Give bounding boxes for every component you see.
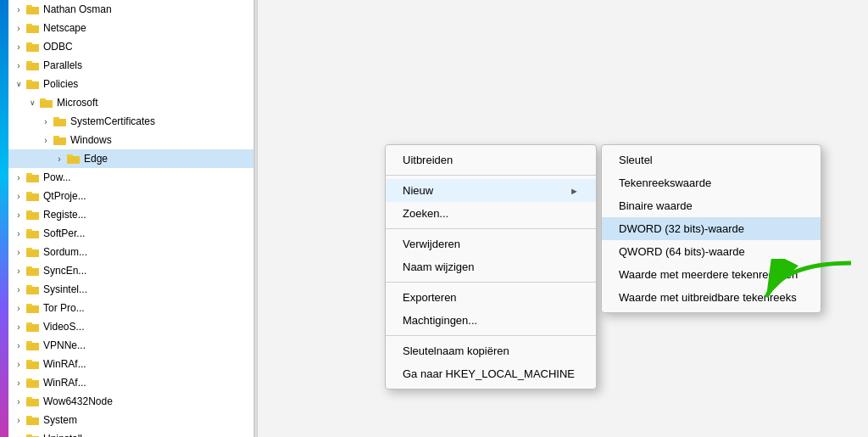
svg-rect-65 — [26, 399, 39, 406]
folder-icon-parallels — [25, 59, 41, 72]
tree-item-systemcerts[interactable]: › SystemCertificates — [8, 112, 253, 131]
folder-icon-nathan — [25, 3, 41, 16]
tree-chevron-sordum: › — [12, 245, 25, 259]
tree-chevron-policies: ∨ — [12, 77, 25, 91]
tree-item-parallels[interactable]: › Parallels — [8, 56, 253, 75]
tree-label-wow64: Wow6432Node — [43, 395, 113, 407]
tree-item-sordum[interactable]: › Sordum... — [8, 243, 253, 261]
folder-icon-netscape — [25, 21, 41, 35]
tree-item-softper[interactable]: › SoftPer... — [8, 224, 253, 243]
context-menu-verwijderen[interactable]: Verwijderen — [386, 233, 596, 255]
tree-item-winraf2[interactable]: › WinRAf... — [8, 373, 253, 392]
tree-item-wow64[interactable]: › Wow6432Node — [8, 392, 253, 411]
folder-icon-syncen — [25, 264, 41, 277]
tree-item-edge[interactable]: › Edge — [8, 149, 253, 168]
context-menu-nieuw[interactable]: Nieuw ► — [386, 179, 596, 202]
svg-rect-35 — [26, 212, 39, 220]
tree-chevron-wow64: › — [12, 395, 25, 408]
tree-item-registe[interactable]: › Registe... — [8, 205, 253, 224]
folder-icon-vpnne — [25, 339, 41, 352]
svg-rect-20 — [53, 119, 66, 126]
tree-item-policies[interactable]: ∨ Policies — [8, 75, 253, 93]
tree-item-windows[interactable]: › Windows — [8, 131, 253, 149]
tree-chevron-winraf2: › — [12, 376, 25, 389]
folder-icon-edge — [66, 152, 81, 165]
tree-label-syncen: SyncEn... — [43, 265, 86, 277]
tree-label-winraf2: WinRAf... — [43, 377, 86, 389]
tree-chevron-edge: › — [53, 152, 66, 165]
svg-rect-26 — [67, 156, 80, 164]
tree-item-torpro[interactable]: › Tor Pro... — [8, 299, 253, 317]
folder-icon-torpro — [25, 301, 41, 315]
context-menu-ga-naar[interactable]: Ga naar HKEY_LOCAL_MACHINE — [386, 362, 596, 385]
context-menu-sleutelnaam-kopieren[interactable]: Sleutelnaam kopiëren — [386, 339, 596, 362]
tree-item-netscape[interactable]: › Netscape — [8, 19, 253, 37]
svg-rect-5 — [26, 25, 39, 33]
context-menu-zoeken[interactable]: Zoeken... — [386, 202, 596, 225]
tree-label-uninstall: Uninstall — [43, 433, 82, 437]
svg-rect-8 — [26, 44, 39, 52]
tree-label-vpnne: VPNNe... — [43, 339, 86, 351]
tree-chevron-microsoft: ∨ — [25, 96, 39, 109]
folder-icon-winraf1 — [25, 357, 41, 371]
svg-rect-62 — [26, 380, 39, 388]
folder-icon-odbc — [25, 40, 41, 53]
svg-rect-41 — [26, 249, 39, 257]
submenu-binaire-waarde[interactable]: Binaire waarde — [602, 194, 821, 217]
submenu-dword[interactable]: DWORD (32 bits)-waarde — [602, 217, 821, 240]
submenu-arrow-icon: ► — [570, 186, 579, 196]
registry-tree-panel: › Nathan Osman› Netscape› ODBC› Parallel… — [8, 0, 254, 437]
tree-item-nathan[interactable]: › Nathan Osman — [8, 0, 253, 19]
tree-label-parallels: Parallels — [43, 59, 82, 71]
tree-item-vpnne[interactable]: › VPNNe... — [8, 336, 253, 355]
folder-icon-system — [25, 413, 41, 427]
tree-label-softper: SoftPer... — [43, 227, 85, 239]
tree-label-videos: VideoS... — [43, 321, 84, 333]
tree-chevron-pow: › — [12, 171, 25, 184]
context-menu-exporteren[interactable]: Exporteren — [386, 286, 596, 309]
context-menu-machtigingen[interactable]: Machtigingen... — [386, 309, 596, 332]
context-menu-naam-wijzigen[interactable]: Naam wijzigen — [386, 255, 596, 278]
tree-chevron-system: › — [12, 413, 25, 427]
folder-icon-microsoft — [39, 96, 54, 109]
folder-icon-softper — [25, 227, 41, 240]
tree-chevron-winraf1: › — [12, 357, 25, 371]
folder-icon-registe — [25, 208, 41, 221]
tree-item-winraf1[interactable]: › WinRAf... — [8, 355, 253, 373]
tree-item-microsoft[interactable]: ∨ Microsoft — [8, 93, 253, 112]
folder-icon-pow — [25, 171, 41, 184]
submenu-tekenreekswaarde[interactable]: Tekenreekswaarde — [602, 171, 821, 194]
green-arrow-indicator — [749, 259, 860, 310]
tree-chevron-sysintel: › — [12, 283, 25, 296]
tree-label-policies: Policies — [43, 78, 78, 90]
context-menu-uitbreiden[interactable]: Uitbreiden — [386, 148, 596, 171]
tree-item-videos[interactable]: › VideoS... — [8, 317, 253, 336]
tree-label-pow: Pow... — [43, 171, 71, 183]
tree-item-odbc[interactable]: › ODBC — [8, 37, 253, 56]
tree-item-uninstall[interactable]: › Uninstall — [8, 429, 253, 437]
separator-3 — [386, 282, 596, 283]
tree-item-qtproj[interactable]: › QtProje... — [8, 187, 253, 205]
tree-chevron-torpro: › — [12, 301, 25, 315]
tree-item-sysintel[interactable]: › Sysintel... — [8, 280, 253, 299]
tree-label-systemcerts: SystemCertificates — [70, 115, 155, 127]
tree-label-winraf1: WinRAf... — [43, 358, 86, 370]
svg-rect-32 — [26, 193, 39, 201]
svg-rect-38 — [26, 231, 39, 238]
svg-rect-50 — [26, 305, 39, 313]
tree-label-odbc: ODBC — [43, 41, 73, 53]
tree-label-qtproj: QtProje... — [43, 190, 86, 202]
tree-item-syncen[interactable]: › SyncEn... — [8, 261, 253, 280]
separator-4 — [386, 335, 596, 336]
main-content-area: Uitbreiden Nieuw ► Zoeken... Verwijderen… — [258, 0, 868, 437]
svg-rect-17 — [40, 100, 53, 108]
tree-label-netscape: Netscape — [43, 22, 86, 34]
windows-accent-bar — [0, 0, 8, 437]
tree-chevron-systemcerts: › — [39, 115, 53, 128]
submenu-sleutel[interactable]: Sleutel — [602, 148, 821, 171]
folder-icon-qtproj — [25, 189, 41, 203]
tree-label-nathan: Nathan Osman — [43, 3, 112, 15]
tree-item-system[interactable]: › System — [8, 411, 253, 429]
folder-icon-uninstall — [25, 432, 41, 437]
tree-item-pow[interactable]: › Pow... — [8, 168, 253, 187]
